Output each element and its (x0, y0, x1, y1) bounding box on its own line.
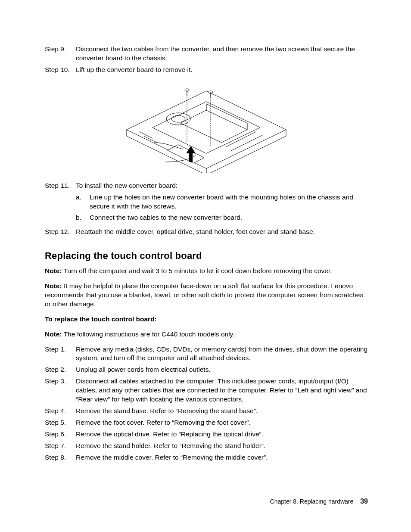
step-label: Step 7. (45, 442, 76, 451)
svg-marker-0 (127, 91, 286, 168)
step-body: Remove the middle cover. Refer to “Remov… (76, 453, 368, 462)
note-paragraph: Note: Turn off the computer and wait 3 t… (45, 267, 368, 276)
step-label: Step 3. (45, 377, 76, 404)
step-label: Step 4. (45, 407, 76, 416)
page-footer: Chapter 8. Replacing hardware 39 (270, 497, 368, 506)
substep-body: Connect the two cables to the new conver… (90, 213, 368, 222)
step-body: Remove the stand base. Refer to “Removin… (76, 407, 368, 416)
substep-body: Line up the holes on the new converter b… (90, 193, 368, 211)
step-body: Disconnect the two cables from the conve… (76, 45, 368, 63)
step-body: Remove the stand holder. Refer to “Remov… (76, 442, 368, 451)
step-label: Step 6. (45, 430, 76, 439)
note-text: The following instructions are for C440 … (62, 330, 235, 338)
section-heading: Replacing the touch control board (45, 249, 368, 262)
note-text: Turn off the computer and wait 3 to 5 mi… (62, 267, 332, 274)
top-steps: Step 9. Disconnect the two cables from t… (45, 45, 368, 75)
step-row: Step 5. Remove the foot cover. Refer to … (45, 418, 368, 427)
step-body: Reattach the middle cover, optical drive… (76, 227, 368, 236)
note-paragraph: Note: It may be helpful to place the com… (45, 282, 368, 309)
step-row: Step 9. Disconnect the two cables from t… (45, 45, 368, 63)
step-label: Step 11. (45, 181, 76, 225)
substeps: a. Line up the holes on the new converte… (76, 193, 368, 223)
step-body: To install the new converter board: a. L… (76, 181, 368, 225)
step-text: To install the new converter board: (76, 182, 177, 189)
note-paragraph: Note: The following instructions are for… (45, 330, 368, 339)
step-label: Step 2. (45, 365, 76, 374)
step-row: Step 12. Reattach the middle cover, opti… (45, 227, 368, 236)
step-row: Step 3. Disconnect all cables attached t… (45, 377, 368, 404)
step-row: Step 11. To install the new converter bo… (45, 181, 368, 225)
substep-row: b. Connect the two cables to the new con… (76, 213, 368, 222)
step-row: Step 10. Lift up the converter board to … (45, 65, 368, 75)
note-label: Note: (45, 282, 62, 289)
step-body: Remove the foot cover. Refer to “Removin… (76, 418, 368, 427)
step11-block: Step 11. To install the new converter bo… (45, 181, 368, 237)
step-label: Step 10. (45, 65, 76, 75)
note-label: Note: (45, 267, 62, 274)
step-body: Remove the optical drive. Refer to “Repl… (76, 430, 368, 439)
step-row: Step 4. Remove the stand base. Refer to … (45, 407, 368, 416)
step-label: Step 9. (45, 45, 76, 63)
footer-page-number: 39 (360, 498, 368, 505)
step-body: Disconnect all cables attached to the co… (76, 377, 368, 404)
step-row: Step 2. Unplug all power cords from elec… (45, 365, 368, 374)
step-body: Unplug all power cords from electrical o… (76, 365, 368, 374)
note-text: It may be helpful to place the computer … (45, 282, 363, 308)
step-body: Lift up the converter board to remove it… (76, 65, 368, 75)
converter-board-figure (45, 78, 368, 175)
substep-row: a. Line up the holes on the new converte… (76, 193, 368, 211)
step-label: Step 8. (45, 453, 76, 462)
bottom-steps: Step 1. Remove any media (disks, CDs, DV… (45, 345, 368, 462)
step-label: Step 5. (45, 418, 76, 427)
step-row: Step 1. Remove any media (disks, CDs, DV… (45, 345, 368, 363)
step-label: Step 12. (45, 227, 76, 236)
footer-chapter: Chapter 8. Replacing hardware (270, 498, 354, 505)
procedure-subheading: To replace the touch control board: (45, 315, 368, 324)
substep-label: a. (76, 193, 90, 211)
step-body: Remove any media (disks, CDs, DVDs, or m… (76, 345, 368, 363)
exploded-view-icon (114, 78, 299, 173)
step-label: Step 1. (45, 345, 76, 363)
step-row: Step 7. Remove the stand holder. Refer t… (45, 442, 368, 451)
step-row: Step 8. Remove the middle cover. Refer t… (45, 453, 368, 462)
page-root: Step 9. Disconnect the two cables from t… (0, 0, 411, 532)
step-row: Step 6. Remove the optical drive. Refer … (45, 430, 368, 439)
note-label: Note: (45, 330, 62, 338)
substep-label: b. (76, 213, 90, 222)
